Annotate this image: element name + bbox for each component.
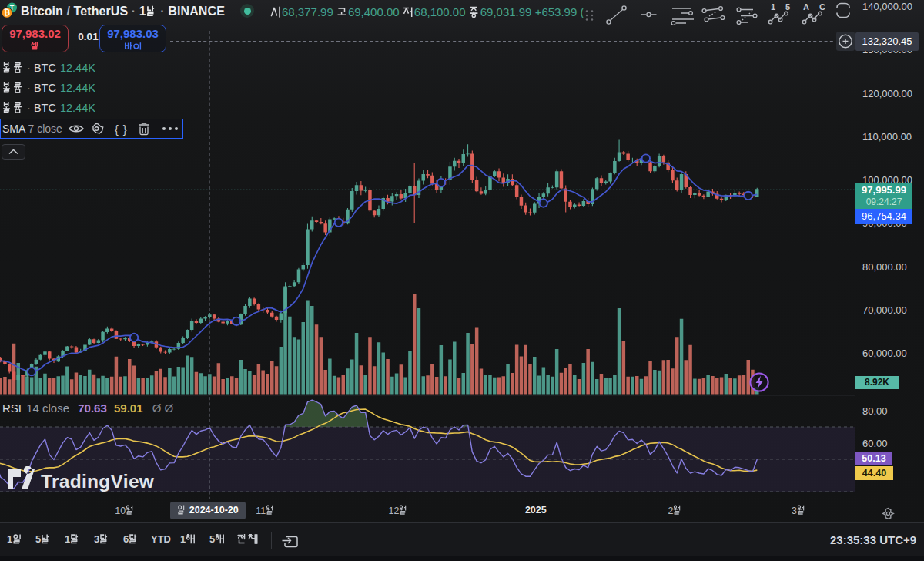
svg-text:C: C — [819, 2, 825, 12]
svg-text:₿: ₿ — [4, 8, 10, 17]
svg-text:{ }: { } — [115, 123, 128, 136]
svg-text:A: A — [803, 2, 809, 12]
svg-text:5: 5 — [785, 2, 790, 12]
svg-text:TradingView: TradingView — [41, 471, 155, 492]
svg-text:1: 1 — [771, 2, 775, 12]
